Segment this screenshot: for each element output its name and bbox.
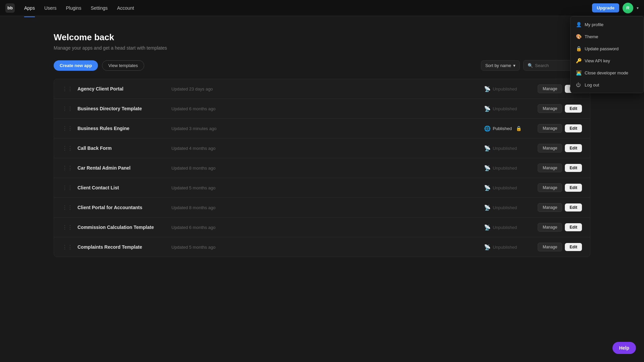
- dropdown-item-label: Theme: [585, 34, 598, 39]
- unpublished-icon: 📡: [484, 224, 491, 231]
- dropdown-item-icon: 🔒: [576, 46, 581, 51]
- dropdown-item-log-out[interactable]: ⏻ Log out: [571, 79, 644, 91]
- dropdown-item-label: View API key: [585, 58, 610, 63]
- topbar-right: Upgrade R ▾: [592, 3, 639, 13]
- search-icon: 🔍: [528, 63, 533, 68]
- status-label: Unpublished: [493, 245, 517, 250]
- app-row: ⋮⋮ Complaints Record Template Updated 5 …: [54, 237, 590, 257]
- view-templates-button[interactable]: View templates: [102, 60, 144, 71]
- unpublished-icon: 📡: [484, 185, 491, 191]
- app-name: Call Back Form: [77, 145, 171, 151]
- dropdown-item-close-developer-mode[interactable]: 👨‍💻 Close developer mode: [571, 67, 644, 79]
- app-actions: Manage Edit: [538, 104, 582, 113]
- app-updated: Updated 8 months ago: [171, 205, 484, 210]
- app-row: ⋮⋮ Client Contact List Updated 5 months …: [54, 178, 590, 198]
- nav-item-plugins[interactable]: Plugins: [62, 3, 85, 13]
- app-status: 📡 Unpublished: [484, 106, 538, 112]
- status-label: Unpublished: [493, 86, 517, 92]
- app-updated: Updated 5 months ago: [171, 245, 484, 250]
- sort-dropdown[interactable]: Sort by name ▾: [481, 60, 520, 71]
- unpublished-icon: 📡: [484, 86, 491, 92]
- edit-button[interactable]: Edit: [565, 223, 582, 231]
- drag-handle-icon[interactable]: ⋮⋮: [62, 244, 73, 250]
- edit-button[interactable]: Edit: [565, 124, 582, 132]
- app-name: Complaints Record Template: [77, 244, 171, 250]
- nav-item-users[interactable]: Users: [40, 3, 61, 13]
- dropdown-item-label: Log out: [585, 82, 599, 87]
- edit-button[interactable]: Edit: [565, 164, 582, 172]
- edit-button[interactable]: Edit: [565, 105, 582, 113]
- status-label: Unpublished: [493, 185, 517, 190]
- app-actions: Manage Edit: [538, 183, 582, 192]
- manage-button[interactable]: Manage: [538, 223, 562, 232]
- dropdown-item-icon: 👨‍💻: [576, 70, 581, 75]
- manage-button[interactable]: Manage: [538, 203, 562, 212]
- logo: bb: [5, 3, 15, 13]
- dropdown-item-icon: 🎨: [576, 34, 581, 39]
- nav-item-apps[interactable]: Apps: [20, 3, 39, 13]
- dropdown-item-icon: 🔑: [576, 58, 581, 63]
- app-updated: Updated 8 months ago: [171, 166, 484, 171]
- published-icon: 🌐: [484, 125, 491, 132]
- edit-button[interactable]: Edit: [565, 203, 582, 212]
- drag-handle-icon[interactable]: ⋮⋮: [62, 185, 73, 191]
- upgrade-button[interactable]: Upgrade: [592, 3, 619, 12]
- create-new-app-button[interactable]: Create new app: [54, 60, 98, 71]
- user-dropdown-menu: 👤 My profile 🎨 Theme 🔒 Update password 🔑…: [570, 16, 644, 93]
- app-name: Client Portal for Accountants: [77, 205, 171, 210]
- app-row: ⋮⋮ Client Portal for Accountants Updated…: [54, 198, 590, 218]
- dropdown-item-label: My profile: [585, 22, 603, 27]
- topbar: bb AppsUsersPluginsSettingsAccount Upgra…: [0, 0, 644, 16]
- page-subtitle: Manage your apps and get a head start wi…: [54, 45, 590, 51]
- edit-button[interactable]: Edit: [565, 144, 582, 152]
- chevron-down-icon[interactable]: ▾: [637, 6, 639, 10]
- nav-item-account[interactable]: Account: [113, 3, 138, 13]
- drag-handle-icon[interactable]: ⋮⋮: [62, 125, 73, 132]
- manage-button[interactable]: Manage: [538, 84, 562, 93]
- dropdown-item-icon: 👤: [576, 22, 581, 27]
- manage-button[interactable]: Manage: [538, 164, 562, 172]
- app-row: ⋮⋮ Agency Client Portal Updated 23 days …: [54, 79, 590, 99]
- main-content: Welcome back Manage your apps and get a …: [0, 16, 644, 273]
- app-row: ⋮⋮ Call Back Form Updated 4 months ago 📡…: [54, 138, 590, 158]
- app-name: Car Rental Admin Panel: [77, 165, 171, 171]
- status-label: Published: [493, 126, 512, 131]
- manage-button[interactable]: Manage: [538, 124, 562, 133]
- unpublished-icon: 📡: [484, 204, 491, 211]
- manage-button[interactable]: Manage: [538, 183, 562, 192]
- help-button[interactable]: Help: [612, 342, 636, 354]
- app-status: 📡 Unpublished: [484, 86, 538, 92]
- sort-label: Sort by name: [485, 63, 511, 68]
- app-row: ⋮⋮ Car Rental Admin Panel Updated 8 mont…: [54, 158, 590, 178]
- manage-button[interactable]: Manage: [538, 243, 562, 251]
- dropdown-item-my-profile[interactable]: 👤 My profile: [571, 18, 644, 31]
- app-name: Agency Client Portal: [77, 86, 171, 92]
- app-actions: Manage Edit: [538, 203, 582, 212]
- drag-handle-icon[interactable]: ⋮⋮: [62, 86, 73, 92]
- app-actions: Manage Edit: [538, 223, 582, 232]
- dropdown-item-view-api-key[interactable]: 🔑 View API key: [571, 55, 644, 67]
- dropdown-item-label: Update password: [585, 46, 619, 51]
- manage-button[interactable]: Manage: [538, 104, 562, 113]
- app-name: Client Contact List: [77, 185, 171, 190]
- drag-handle-icon[interactable]: ⋮⋮: [62, 165, 73, 171]
- drag-handle-icon[interactable]: ⋮⋮: [62, 224, 73, 231]
- app-name: Commission Calculation Template: [77, 225, 171, 230]
- edit-button[interactable]: Edit: [565, 243, 582, 251]
- avatar[interactable]: R: [623, 3, 633, 13]
- dropdown-item-theme[interactable]: 🎨 Theme: [571, 31, 644, 43]
- edit-button[interactable]: Edit: [565, 184, 582, 192]
- app-row: ⋮⋮ Business Rules Engine Updated 3 minut…: [54, 119, 590, 138]
- drag-handle-icon[interactable]: ⋮⋮: [62, 145, 73, 152]
- drag-handle-icon[interactable]: ⋮⋮: [62, 204, 73, 211]
- lock-icon: 🔒: [516, 126, 522, 131]
- status-label: Unpublished: [493, 106, 517, 111]
- status-label: Unpublished: [493, 166, 517, 171]
- app-status: 📡 Unpublished: [484, 204, 538, 211]
- manage-button[interactable]: Manage: [538, 144, 562, 153]
- dropdown-item-update-password[interactable]: 🔒 Update password: [571, 43, 644, 55]
- nav-item-settings[interactable]: Settings: [87, 3, 112, 13]
- drag-handle-icon[interactable]: ⋮⋮: [62, 106, 73, 112]
- unpublished-icon: 📡: [484, 145, 491, 152]
- app-actions: Manage Edit: [538, 124, 582, 133]
